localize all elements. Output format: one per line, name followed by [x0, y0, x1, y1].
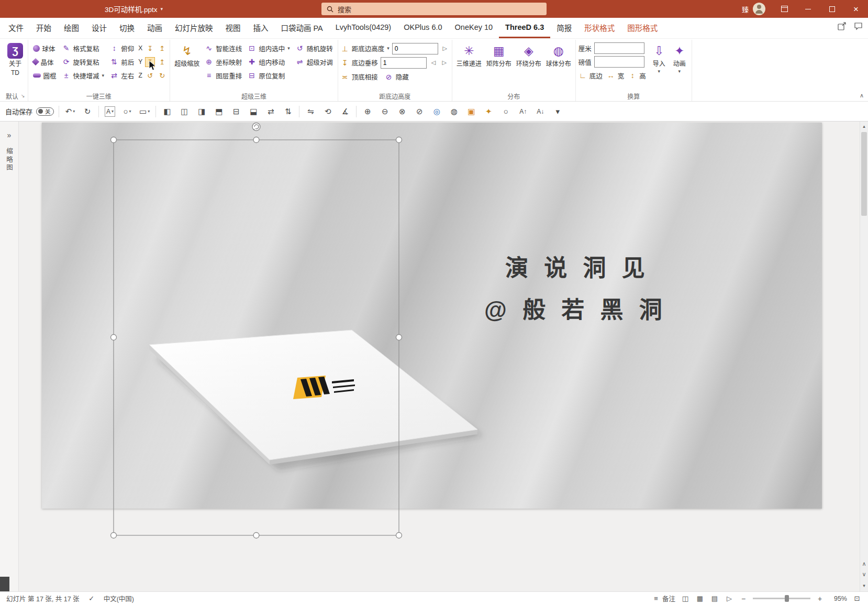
axis-x-decrease-button[interactable] — [145, 43, 155, 53]
font-decrease-button[interactable]: A↓ — [534, 105, 547, 118]
tab-insert[interactable]: 插入 — [247, 18, 275, 38]
scrollbar-thumb[interactable] — [861, 132, 867, 216]
notes-button[interactable]: 备注 — [651, 593, 675, 603]
selection-handle-bottom-right[interactable] — [396, 533, 402, 538]
super-zoom-button[interactable]: 超级缩放 — [173, 41, 201, 69]
distribute-horizontal-button[interactable]: ⇄ — [264, 105, 277, 118]
import-button[interactable]: 导入 — [650, 41, 669, 75]
rotate-paste-button[interactable]: 旋转复粘 — [60, 55, 107, 69]
autosave-toggle[interactable]: 关 — [36, 107, 54, 116]
smart-connect-button[interactable]: 智能连线 — [203, 41, 244, 55]
axis-y-decrease-button[interactable] — [145, 57, 155, 67]
rod-button[interactable]: 圆棍 — [31, 69, 59, 82]
align-bottom-button[interactable]: ⬓ — [247, 105, 260, 118]
tab-jianbao[interactable]: 简报 — [550, 18, 578, 38]
animation-button[interactable]: 动画 — [670, 41, 689, 75]
redo-button[interactable]: ↻ — [81, 105, 94, 118]
tab-draw[interactable]: 绘图 — [58, 18, 85, 38]
group-select-button[interactable]: 组内选中 — [246, 41, 292, 55]
tab-transitions[interactable]: 切换 — [113, 18, 141, 38]
thumbnail-panel-collapsed[interactable]: 缩略图 — [0, 122, 19, 591]
tab-okplus[interactable]: OKPlus 6.0 — [397, 18, 448, 38]
pitch-button[interactable]: 俯仰 — [108, 41, 136, 55]
tab-lvyhtools[interactable]: LvyhTools(0429) — [329, 18, 397, 38]
next-slide-button[interactable] — [860, 569, 868, 579]
flip-button[interactable]: ⇋ — [304, 105, 317, 118]
tab-threed[interactable]: ThreeD 6.3 — [499, 18, 550, 38]
about-td-button[interactable]: 关于 TD — [6, 41, 25, 79]
scroll-down-icon[interactable] — [860, 581, 868, 590]
collapse-ribbon-icon[interactable] — [860, 92, 864, 99]
scroll-up-icon[interactable] — [860, 122, 868, 131]
text-style-button[interactable]: A — [105, 106, 115, 117]
slide-canvas[interactable]: 演 说 洞 见 @ 般 若 黑 洞 — [19, 122, 868, 591]
merge-union-button[interactable]: ⊕ — [361, 105, 374, 118]
merge-fragment-button[interactable]: ⊘ — [413, 105, 426, 118]
tab-file[interactable]: 文件 — [2, 18, 30, 38]
axis-z-cw-button[interactable] — [157, 71, 167, 81]
tab-home[interactable]: 开始 — [30, 18, 58, 38]
width-button[interactable]: 宽 — [605, 69, 627, 82]
height-button[interactable]: 高 — [626, 69, 648, 82]
undo-button[interactable]: ↶ — [64, 105, 76, 118]
more-tools-button[interactable]: ▾ — [551, 105, 564, 118]
avatar[interactable] — [753, 3, 765, 15]
tab-animations[interactable]: 动画 — [141, 18, 169, 38]
v-shift-input[interactable] — [381, 57, 427, 69]
axis-y-increase-button[interactable] — [157, 57, 167, 67]
window-minimize-button[interactable] — [796, 0, 820, 18]
outline-circle-button[interactable]: ○ — [499, 105, 512, 118]
tab-shape-format[interactable]: 形状格式 — [578, 18, 621, 38]
distribute-vertical-button[interactable]: ⇅ — [282, 105, 294, 118]
layer-reorder-button[interactable]: 图层重排 — [203, 69, 244, 82]
view-normal-button[interactable] — [681, 594, 690, 603]
random-rotate-button[interactable]: 随机旋转 — [294, 41, 335, 55]
tab-graphics-format[interactable]: 图形格式 — [621, 18, 664, 38]
view-reading-button[interactable] — [710, 594, 719, 603]
previous-slide-button[interactable] — [860, 559, 868, 568]
slideshow-button[interactable] — [725, 594, 734, 603]
rotate-button[interactable]: ⟲ — [321, 105, 334, 118]
comment-icon[interactable] — [854, 22, 863, 30]
shade-button[interactable]: ◍ — [448, 105, 460, 118]
coord-map-button[interactable]: 坐标映射 — [203, 55, 244, 69]
super-swap-button[interactable]: 超级对调 — [294, 55, 335, 69]
crystal-button[interactable]: 晶体 — [31, 55, 59, 69]
panel-grip[interactable] — [0, 577, 9, 591]
zoom-out-button[interactable]: − — [739, 595, 748, 603]
align-left-button[interactable]: ◧ — [161, 105, 173, 118]
merge-subtract-button[interactable]: ⊖ — [379, 105, 391, 118]
axis-x-increase-button[interactable] — [157, 43, 167, 53]
zoom-percentage[interactable]: 95% — [829, 595, 847, 602]
base-edge-button[interactable]: 底边 — [578, 69, 605, 82]
cm-input[interactable] — [594, 42, 644, 54]
sphere-distribute-button[interactable]: 球体分布 — [544, 41, 573, 69]
ellipse-tool-button[interactable]: ○ — [121, 105, 133, 118]
slide-text-line1[interactable]: 演 说 洞 见 — [505, 249, 650, 283]
rect-tool-button[interactable]: ▭ — [138, 105, 151, 118]
align-middle-button[interactable]: ⊟ — [230, 105, 242, 118]
dialog-launcher-icon[interactable] — [21, 94, 25, 98]
quick-adjust-button[interactable]: 快捷增减 — [60, 69, 107, 82]
tab-design[interactable]: 设计 — [85, 18, 113, 38]
copy-in-place-button[interactable]: 原位复制 — [246, 69, 292, 82]
slide[interactable] — [42, 123, 822, 509]
status-language[interactable]: 中文(中国) — [104, 593, 134, 603]
attach-top-bottom-button[interactable]: 顶底相接 — [341, 70, 380, 84]
proofing-icon[interactable] — [87, 594, 96, 603]
align-top-button[interactable]: ⬒ — [213, 105, 225, 118]
fit-window-button[interactable] — [852, 594, 862, 603]
share-icon[interactable] — [838, 22, 847, 30]
document-title[interactable]: 3D可动样机.pptx — [105, 4, 163, 14]
font-increase-button[interactable]: A↑ — [517, 105, 529, 118]
view-sorter-button[interactable] — [695, 594, 705, 603]
format-paste-button[interactable]: 格式复粘 — [60, 41, 107, 55]
skew-button[interactable]: ∡ — [339, 105, 351, 118]
hide-button[interactable]: 隐藏 — [383, 70, 411, 84]
slide-text-line2[interactable]: @ 般 若 黑 洞 — [484, 291, 667, 325]
progressive-3d-button[interactable]: 三维递进 — [455, 41, 483, 69]
step-forward-icon[interactable] — [440, 58, 449, 68]
zoom-in-button[interactable]: + — [816, 595, 824, 603]
window-close-button[interactable]: × — [844, 0, 868, 18]
apply-forward-icon[interactable] — [441, 44, 449, 53]
